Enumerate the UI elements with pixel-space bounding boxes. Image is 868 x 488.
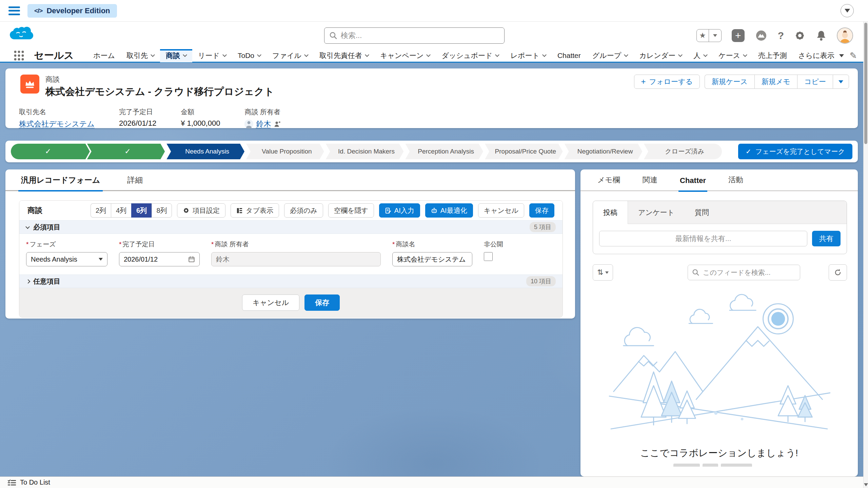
required-only-button[interactable]: 必須のみ (284, 203, 323, 218)
columns-8-button[interactable]: 8列 (152, 203, 172, 218)
highlight-amount: 金額 ¥ 1,000,000 (181, 107, 220, 129)
columns-4-button[interactable]: 4列 (111, 203, 131, 218)
global-actions-button[interactable]: + (732, 29, 745, 42)
edit-nav-pencil-icon[interactable]: ✎ (850, 49, 857, 62)
toolbar-cancel-button[interactable]: キャンセル (478, 203, 524, 218)
tab-question[interactable]: 質問 (685, 201, 719, 224)
tab-generic-record-form[interactable]: 汎用レコードフォーム (18, 175, 103, 190)
clipped-feed-text (673, 464, 765, 467)
setup-gear-icon[interactable] (794, 30, 806, 41)
gear-icon (183, 207, 190, 214)
nav-tab-reports[interactable]: レポート (505, 49, 551, 62)
tab-notes[interactable]: メモ欄 (596, 175, 622, 190)
favorites-caret[interactable] (709, 29, 721, 42)
robot-icon (431, 207, 437, 214)
account-link[interactable]: 株式会社デモシステム (19, 119, 95, 129)
refresh-feed-icon[interactable] (829, 264, 847, 281)
calendar-icon[interactable] (188, 256, 195, 263)
path-stage-id-decision-makers[interactable]: Id. Decision Makers (326, 144, 404, 159)
nav-tab-cases[interactable]: ケース (713, 49, 752, 62)
nav-tab-home[interactable]: ホーム (87, 49, 121, 62)
tab-poll[interactable]: アンケート (628, 201, 685, 224)
nav-tab-accounts[interactable]: 取引先 (121, 49, 160, 62)
scrollbar-thumb[interactable] (864, 23, 867, 144)
tab-chatter[interactable]: Chatter (678, 176, 707, 190)
tab-related[interactable]: 関連 (641, 175, 659, 190)
nav-tab-opportunities[interactable]: 商談 (160, 49, 192, 62)
form-save-button[interactable]: 保存 (304, 294, 340, 311)
vertical-scrollbar[interactable] (863, 22, 868, 488)
path-stage-2-complete[interactable]: ✓ (87, 144, 165, 159)
todo-list-label[interactable]: To Do List (20, 479, 50, 486)
follow-button[interactable]: + フォローする (634, 75, 700, 89)
scrollbar-down-arrow[interactable] (864, 483, 868, 486)
opportunity-name-input[interactable] (397, 256, 468, 263)
new-case-button[interactable]: 新規ケース (705, 75, 754, 89)
more-actions-button[interactable] (833, 75, 849, 89)
new-note-button[interactable]: 新規メモ (754, 75, 797, 89)
nav-tab-chatter[interactable]: Chatter (552, 49, 587, 62)
nav-tab-dashboards[interactable]: ダッシュボード (436, 49, 505, 62)
form-object-label: 商談 (27, 205, 42, 216)
feed-search-input[interactable] (703, 269, 796, 277)
notifications-bell-icon[interactable] (816, 30, 827, 41)
columns-2-button[interactable]: 2列 (91, 203, 111, 218)
path-stage-negotiation-review[interactable]: Negotiation/Review (565, 144, 643, 159)
nav-tab-todo[interactable]: ToDo (232, 49, 267, 62)
nav-tab-leads[interactable]: リード (192, 49, 232, 62)
document-pencil-icon (385, 207, 391, 214)
path-stage-needs-analysis[interactable]: Needs Analysis (166, 144, 244, 159)
global-search (324, 27, 505, 44)
global-search-input[interactable] (341, 31, 499, 40)
required-section-header[interactable]: 必須項目 5 項目 (19, 220, 563, 234)
form-footer: キャンセル 保存 (19, 288, 563, 317)
favorites-star-icon[interactable]: ★ (697, 29, 709, 42)
share-button[interactable]: 共有 (812, 231, 841, 246)
feed-sort-button[interactable]: ⇅ (593, 264, 613, 281)
app-launcher-icon[interactable] (13, 49, 25, 62)
path-stage-value-proposition[interactable]: Value Proposition (246, 144, 324, 159)
app-name: セールス (34, 49, 74, 62)
tab-activity[interactable]: 活動 (727, 175, 745, 190)
nav-tab-forecasts[interactable]: 売上予測 (752, 49, 792, 62)
hide-empty-button[interactable]: 空欄を隠す (328, 203, 374, 218)
user-avatar[interactable] (837, 27, 853, 44)
path-stage-proposal-price-quote[interactable]: Proposal/Price Quote (485, 144, 563, 159)
optional-section-header[interactable]: 任意項目 10 項目 (19, 274, 563, 288)
ai-optimize-button[interactable]: AI最適化 (425, 203, 473, 218)
share-update-input[interactable] (599, 231, 807, 246)
tab-details[interactable]: 詳細 (124, 175, 145, 190)
owner-link[interactable]: 鈴木 (256, 119, 271, 129)
stage-select[interactable]: Needs Analysis (26, 252, 107, 266)
nav-tab-campaigns[interactable]: キャンペーン (374, 49, 436, 62)
clone-button[interactable]: コピー (797, 75, 833, 89)
mark-stage-complete-button[interactable]: ✓ フェーズを完了としてマーク (738, 144, 852, 159)
form-cancel-button[interactable]: キャンセル (242, 294, 299, 311)
columns-6-button[interactable]: 6列 (131, 203, 152, 218)
close-date-input[interactable] (124, 256, 188, 263)
ai-input-button[interactable]: AI入力 (379, 203, 420, 218)
nav-tab-contacts[interactable]: 取引先責任者 (314, 49, 374, 62)
help-icon[interactable]: ? (778, 30, 784, 41)
trailhead-guidance-button[interactable] (755, 29, 768, 42)
path-stage-closed[interactable]: クローズ済み (644, 144, 722, 159)
tab-display-button[interactable]: タブ表示 (231, 203, 279, 218)
hamburger-menu-icon[interactable] (8, 6, 20, 15)
nav-tab-groups[interactable]: グループ (587, 49, 633, 62)
path-stage-1-complete[interactable]: ✓ (11, 144, 85, 159)
utility-caret-button[interactable] (841, 4, 854, 17)
chevron-down-icon (304, 53, 309, 57)
nav-tab-calendar[interactable]: カレンダー (633, 49, 688, 62)
nav-tab-people[interactable]: 人 (688, 49, 713, 62)
change-owner-icon[interactable] (274, 120, 281, 128)
favorites-control: ★ (696, 29, 722, 42)
bottom-utility-bar: To Do List (0, 476, 863, 488)
private-checkbox[interactable] (484, 252, 493, 261)
path-stage-perception-analysis[interactable]: Perception Analysis (405, 144, 483, 159)
nav-more-menu[interactable]: さらに表示 (792, 49, 849, 62)
field-settings-button[interactable]: 項目設定 (177, 203, 225, 218)
toolbar-save-button[interactable]: 保存 (529, 203, 554, 218)
tab-post[interactable]: 投稿 (593, 201, 628, 224)
record-form-card: 汎用レコードフォーム 詳細 商談 2列 4列 6列 8列 (5, 169, 575, 319)
nav-tab-files[interactable]: ファイル (267, 49, 314, 62)
